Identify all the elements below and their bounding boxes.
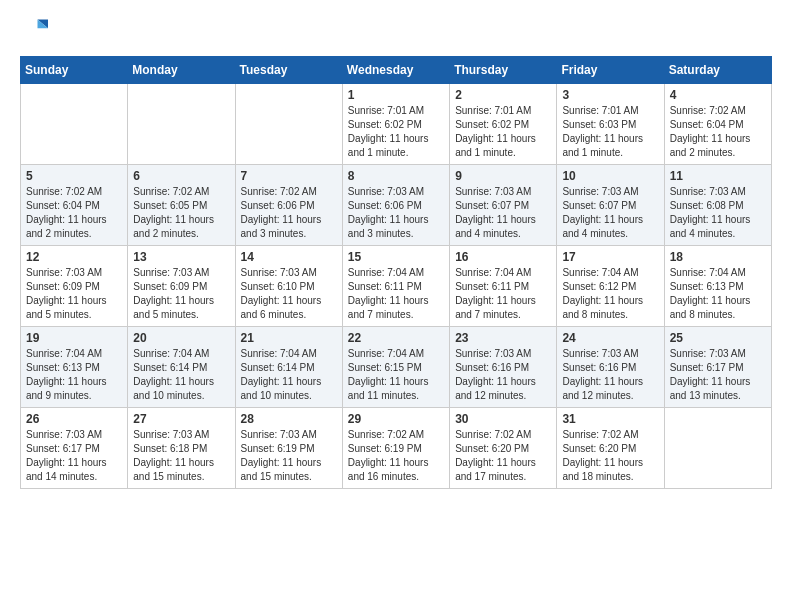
day-cell-1: 1Sunrise: 7:01 AM Sunset: 6:02 PM Daylig… <box>342 84 449 165</box>
day-info: Sunrise: 7:02 AM Sunset: 6:19 PM Dayligh… <box>348 428 444 484</box>
day-number: 15 <box>348 250 444 264</box>
day-info: Sunrise: 7:03 AM Sunset: 6:16 PM Dayligh… <box>455 347 551 403</box>
day-number: 13 <box>133 250 229 264</box>
day-number: 4 <box>670 88 766 102</box>
day-number: 3 <box>562 88 658 102</box>
day-info: Sunrise: 7:02 AM Sunset: 6:20 PM Dayligh… <box>562 428 658 484</box>
day-info: Sunrise: 7:03 AM Sunset: 6:16 PM Dayligh… <box>562 347 658 403</box>
empty-cell <box>128 84 235 165</box>
day-cell-10: 10Sunrise: 7:03 AM Sunset: 6:07 PM Dayli… <box>557 165 664 246</box>
day-info: Sunrise: 7:03 AM Sunset: 6:07 PM Dayligh… <box>562 185 658 241</box>
day-of-week-friday: Friday <box>557 57 664 84</box>
day-number: 25 <box>670 331 766 345</box>
day-number: 30 <box>455 412 551 426</box>
day-info: Sunrise: 7:03 AM Sunset: 6:09 PM Dayligh… <box>26 266 122 322</box>
day-cell-15: 15Sunrise: 7:04 AM Sunset: 6:11 PM Dayli… <box>342 246 449 327</box>
week-row-4: 19Sunrise: 7:04 AM Sunset: 6:13 PM Dayli… <box>21 327 772 408</box>
day-info: Sunrise: 7:04 AM Sunset: 6:13 PM Dayligh… <box>670 266 766 322</box>
day-info: Sunrise: 7:03 AM Sunset: 6:07 PM Dayligh… <box>455 185 551 241</box>
day-cell-24: 24Sunrise: 7:03 AM Sunset: 6:16 PM Dayli… <box>557 327 664 408</box>
calendar-table: SundayMondayTuesdayWednesdayThursdayFrid… <box>20 56 772 489</box>
empty-cell <box>235 84 342 165</box>
empty-cell <box>664 408 771 489</box>
day-info: Sunrise: 7:03 AM Sunset: 6:08 PM Dayligh… <box>670 185 766 241</box>
day-number: 20 <box>133 331 229 345</box>
day-info: Sunrise: 7:03 AM Sunset: 6:17 PM Dayligh… <box>670 347 766 403</box>
day-number: 19 <box>26 331 122 345</box>
calendar-body: 1Sunrise: 7:01 AM Sunset: 6:02 PM Daylig… <box>21 84 772 489</box>
day-number: 22 <box>348 331 444 345</box>
empty-cell <box>21 84 128 165</box>
day-number: 23 <box>455 331 551 345</box>
day-number: 27 <box>133 412 229 426</box>
day-number: 5 <box>26 169 122 183</box>
day-number: 31 <box>562 412 658 426</box>
day-info: Sunrise: 7:02 AM Sunset: 6:20 PM Dayligh… <box>455 428 551 484</box>
day-info: Sunrise: 7:02 AM Sunset: 6:04 PM Dayligh… <box>26 185 122 241</box>
day-cell-9: 9Sunrise: 7:03 AM Sunset: 6:07 PM Daylig… <box>450 165 557 246</box>
day-number: 10 <box>562 169 658 183</box>
day-cell-2: 2Sunrise: 7:01 AM Sunset: 6:02 PM Daylig… <box>450 84 557 165</box>
day-info: Sunrise: 7:04 AM Sunset: 6:14 PM Dayligh… <box>241 347 337 403</box>
day-info: Sunrise: 7:03 AM Sunset: 6:17 PM Dayligh… <box>26 428 122 484</box>
day-cell-18: 18Sunrise: 7:04 AM Sunset: 6:13 PM Dayli… <box>664 246 771 327</box>
day-cell-23: 23Sunrise: 7:03 AM Sunset: 6:16 PM Dayli… <box>450 327 557 408</box>
day-info: Sunrise: 7:02 AM Sunset: 6:04 PM Dayligh… <box>670 104 766 160</box>
day-info: Sunrise: 7:02 AM Sunset: 6:05 PM Dayligh… <box>133 185 229 241</box>
day-cell-20: 20Sunrise: 7:04 AM Sunset: 6:14 PM Dayli… <box>128 327 235 408</box>
week-row-3: 12Sunrise: 7:03 AM Sunset: 6:09 PM Dayli… <box>21 246 772 327</box>
day-number: 6 <box>133 169 229 183</box>
day-info: Sunrise: 7:04 AM Sunset: 6:11 PM Dayligh… <box>348 266 444 322</box>
day-cell-17: 17Sunrise: 7:04 AM Sunset: 6:12 PM Dayli… <box>557 246 664 327</box>
calendar-header: SundayMondayTuesdayWednesdayThursdayFrid… <box>21 57 772 84</box>
day-cell-11: 11Sunrise: 7:03 AM Sunset: 6:08 PM Dayli… <box>664 165 771 246</box>
day-cell-21: 21Sunrise: 7:04 AM Sunset: 6:14 PM Dayli… <box>235 327 342 408</box>
logo-icon <box>20 16 48 44</box>
day-number: 14 <box>241 250 337 264</box>
day-cell-16: 16Sunrise: 7:04 AM Sunset: 6:11 PM Dayli… <box>450 246 557 327</box>
day-info: Sunrise: 7:03 AM Sunset: 6:19 PM Dayligh… <box>241 428 337 484</box>
day-number: 21 <box>241 331 337 345</box>
day-cell-29: 29Sunrise: 7:02 AM Sunset: 6:19 PM Dayli… <box>342 408 449 489</box>
day-cell-13: 13Sunrise: 7:03 AM Sunset: 6:09 PM Dayli… <box>128 246 235 327</box>
day-cell-3: 3Sunrise: 7:01 AM Sunset: 6:03 PM Daylig… <box>557 84 664 165</box>
day-cell-28: 28Sunrise: 7:03 AM Sunset: 6:19 PM Dayli… <box>235 408 342 489</box>
day-cell-25: 25Sunrise: 7:03 AM Sunset: 6:17 PM Dayli… <box>664 327 771 408</box>
day-cell-6: 6Sunrise: 7:02 AM Sunset: 6:05 PM Daylig… <box>128 165 235 246</box>
days-of-week-row: SundayMondayTuesdayWednesdayThursdayFrid… <box>21 57 772 84</box>
day-number: 17 <box>562 250 658 264</box>
day-info: Sunrise: 7:04 AM Sunset: 6:15 PM Dayligh… <box>348 347 444 403</box>
day-info: Sunrise: 7:04 AM Sunset: 6:14 PM Dayligh… <box>133 347 229 403</box>
day-of-week-monday: Monday <box>128 57 235 84</box>
day-info: Sunrise: 7:03 AM Sunset: 6:09 PM Dayligh… <box>133 266 229 322</box>
day-cell-8: 8Sunrise: 7:03 AM Sunset: 6:06 PM Daylig… <box>342 165 449 246</box>
day-of-week-saturday: Saturday <box>664 57 771 84</box>
day-number: 18 <box>670 250 766 264</box>
day-number: 16 <box>455 250 551 264</box>
day-info: Sunrise: 7:01 AM Sunset: 6:02 PM Dayligh… <box>455 104 551 160</box>
day-of-week-wednesday: Wednesday <box>342 57 449 84</box>
week-row-1: 1Sunrise: 7:01 AM Sunset: 6:02 PM Daylig… <box>21 84 772 165</box>
day-of-week-thursday: Thursday <box>450 57 557 84</box>
day-number: 26 <box>26 412 122 426</box>
day-cell-14: 14Sunrise: 7:03 AM Sunset: 6:10 PM Dayli… <box>235 246 342 327</box>
day-cell-4: 4Sunrise: 7:02 AM Sunset: 6:04 PM Daylig… <box>664 84 771 165</box>
day-info: Sunrise: 7:04 AM Sunset: 6:11 PM Dayligh… <box>455 266 551 322</box>
day-number: 8 <box>348 169 444 183</box>
header <box>20 16 772 44</box>
day-of-week-tuesday: Tuesday <box>235 57 342 84</box>
day-info: Sunrise: 7:04 AM Sunset: 6:12 PM Dayligh… <box>562 266 658 322</box>
day-cell-26: 26Sunrise: 7:03 AM Sunset: 6:17 PM Dayli… <box>21 408 128 489</box>
day-number: 1 <box>348 88 444 102</box>
day-info: Sunrise: 7:03 AM Sunset: 6:18 PM Dayligh… <box>133 428 229 484</box>
day-info: Sunrise: 7:03 AM Sunset: 6:10 PM Dayligh… <box>241 266 337 322</box>
day-number: 9 <box>455 169 551 183</box>
day-cell-30: 30Sunrise: 7:02 AM Sunset: 6:20 PM Dayli… <box>450 408 557 489</box>
day-cell-27: 27Sunrise: 7:03 AM Sunset: 6:18 PM Dayli… <box>128 408 235 489</box>
day-cell-5: 5Sunrise: 7:02 AM Sunset: 6:04 PM Daylig… <box>21 165 128 246</box>
day-number: 11 <box>670 169 766 183</box>
day-info: Sunrise: 7:01 AM Sunset: 6:02 PM Dayligh… <box>348 104 444 160</box>
day-cell-7: 7Sunrise: 7:02 AM Sunset: 6:06 PM Daylig… <box>235 165 342 246</box>
day-of-week-sunday: Sunday <box>21 57 128 84</box>
day-info: Sunrise: 7:03 AM Sunset: 6:06 PM Dayligh… <box>348 185 444 241</box>
